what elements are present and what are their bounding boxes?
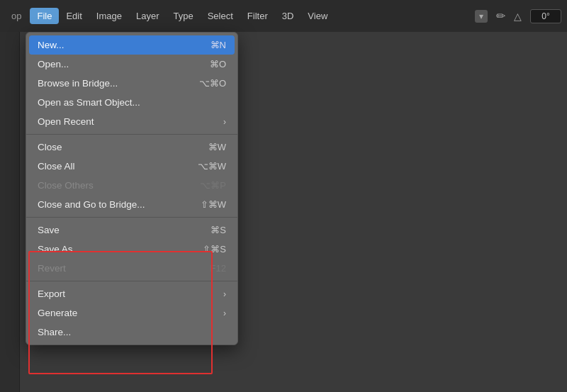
angle-icon: △ bbox=[514, 11, 522, 22]
menu-item-new-shortcut: ⌘N bbox=[210, 40, 226, 50]
menu-select[interactable]: Select bbox=[201, 8, 240, 24]
menu-item-save-shortcut: ⌘S bbox=[210, 225, 226, 235]
menu-item-close-all-label: Close All bbox=[38, 161, 75, 172]
menu-item-close-others[interactable]: Close Others ⌥⌘P bbox=[26, 176, 237, 195]
menu-file[interactable]: File bbox=[30, 8, 59, 24]
open-recent-arrow-icon: › bbox=[223, 117, 226, 127]
menu-item-save-as-label: Save As... bbox=[38, 244, 81, 254]
menu-item-export-label: Export bbox=[38, 289, 65, 299]
menu-item-save-label: Save bbox=[38, 225, 60, 235]
separator-2 bbox=[26, 217, 237, 218]
menu-item-close-others-label: Close Others bbox=[38, 180, 94, 191]
menu-item-open[interactable]: Open... ⌘O bbox=[26, 55, 237, 74]
file-dropdown-menu: New... ⌘N Open... ⌘O Browse in Bridge...… bbox=[26, 32, 238, 345]
angle-input[interactable] bbox=[530, 9, 561, 23]
menu-item-share[interactable]: Share... bbox=[26, 323, 237, 342]
app-label: op bbox=[6, 8, 27, 24]
menu-type[interactable]: Type bbox=[167, 8, 201, 24]
menu-item-open-recent-label: Open Recent bbox=[38, 116, 94, 127]
menubar-right: ▾ ✏ △ bbox=[475, 9, 561, 23]
menu-item-close-label: Close bbox=[38, 142, 62, 152]
menu-item-open-smart-label: Open as Smart Object... bbox=[38, 97, 140, 108]
separator-3 bbox=[26, 281, 237, 281]
menu-item-close-all[interactable]: Close All ⌥⌘W bbox=[26, 157, 237, 176]
angle-control bbox=[530, 9, 561, 23]
export-arrow-icon: › bbox=[223, 289, 226, 299]
menu-item-close-others-shortcut: ⌥⌘P bbox=[200, 180, 226, 191]
menu-item-revert-label: Revert bbox=[38, 263, 66, 274]
menu-item-save-as-shortcut: ⇧⌘S bbox=[203, 244, 226, 254]
menu-layer[interactable]: Layer bbox=[129, 8, 167, 24]
menu-item-close-bridge-label: Close and Go to Bridge... bbox=[38, 199, 145, 210]
menu-item-revert[interactable]: Revert F12 bbox=[26, 259, 237, 278]
menu-item-revert-shortcut: F12 bbox=[210, 263, 226, 274]
menu-item-browse-bridge[interactable]: Browse in Bridge... ⌥⌘O bbox=[26, 74, 237, 93]
menu-item-open-smart[interactable]: Open as Smart Object... bbox=[26, 93, 237, 112]
menu-view[interactable]: View bbox=[301, 8, 335, 24]
menu-item-close-bridge[interactable]: Close and Go to Bridge... ⇧⌘W bbox=[26, 195, 237, 214]
menu-3d[interactable]: 3D bbox=[275, 8, 301, 24]
dropdown-arrow-icon[interactable]: ▾ bbox=[475, 10, 488, 23]
menu-item-close[interactable]: Close ⌘W bbox=[26, 138, 237, 157]
menu-item-close-all-shortcut: ⌥⌘W bbox=[198, 161, 226, 172]
separator-1 bbox=[26, 134, 237, 135]
menu-item-open-shortcut: ⌘O bbox=[210, 59, 226, 69]
left-panel bbox=[0, 32, 20, 392]
menu-item-new[interactable]: New... ⌘N bbox=[29, 35, 235, 55]
edit-icon[interactable]: ✏ bbox=[496, 9, 505, 23]
menu-filter[interactable]: Filter bbox=[240, 8, 275, 24]
menu-item-generate[interactable]: Generate › bbox=[26, 303, 237, 323]
menu-edit[interactable]: Edit bbox=[59, 8, 89, 24]
menu-item-close-bridge-shortcut: ⇧⌘W bbox=[201, 199, 226, 210]
menubar: op File Edit Image Layer Type Select Fil… bbox=[0, 0, 567, 32]
menu-item-new-label: New... bbox=[38, 40, 64, 50]
menu-item-share-label: Share... bbox=[38, 327, 71, 337]
menu-item-close-shortcut: ⌘W bbox=[208, 142, 226, 152]
menu-item-save[interactable]: Save ⌘S bbox=[26, 220, 237, 240]
menu-item-open-label: Open... bbox=[38, 59, 69, 69]
menu-item-browse-bridge-shortcut: ⌥⌘O bbox=[199, 78, 226, 89]
generate-arrow-icon: › bbox=[223, 308, 226, 318]
menu-item-generate-label: Generate bbox=[38, 308, 77, 318]
menu-item-save-as[interactable]: Save As... ⇧⌘S bbox=[26, 240, 237, 259]
menu-item-export[interactable]: Export › bbox=[26, 284, 237, 303]
menu-item-browse-bridge-label: Browse in Bridge... bbox=[38, 78, 118, 89]
menu-image[interactable]: Image bbox=[89, 8, 129, 24]
menu-item-open-recent[interactable]: Open Recent › bbox=[26, 112, 237, 131]
